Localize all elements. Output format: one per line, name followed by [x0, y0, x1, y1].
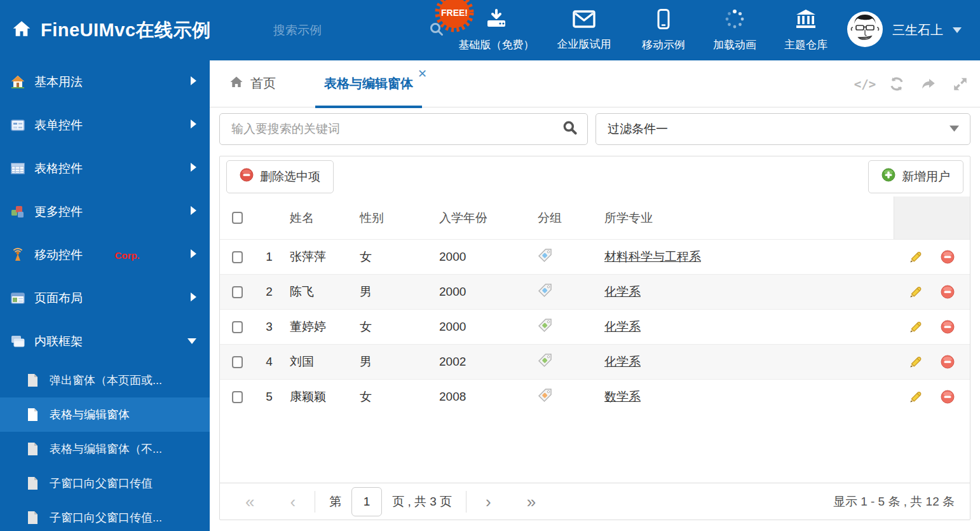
- sidebar-item-page-layout[interactable]: 页面布局: [0, 277, 210, 320]
- chevron-down-icon: [949, 123, 960, 135]
- cell-name: 刘国: [283, 354, 360, 370]
- user-name: 三生石上: [892, 22, 943, 39]
- grid-header-group[interactable]: 分组: [531, 210, 604, 226]
- delete-minus-icon[interactable]: [941, 285, 955, 299]
- table-row[interactable]: 3 董婷婷 女 2000 化学系: [220, 309, 970, 344]
- header-search: [273, 18, 404, 43]
- pagination-bar: « ‹ 第 页 , 共 3 页 › » 显示 1 - 5 条 , 共 12 条: [220, 483, 970, 520]
- major-link[interactable]: 数学系: [604, 390, 641, 403]
- page-number-input[interactable]: [351, 487, 382, 516]
- sidebar-subitem-popup-window[interactable]: 弹出窗体（本页面或...: [0, 363, 210, 397]
- row-checkbox[interactable]: [232, 356, 243, 368]
- first-page-button[interactable]: «: [235, 493, 264, 510]
- bank-icon: [795, 9, 817, 32]
- sidebar-item-inline-frame[interactable]: 内联框架: [0, 320, 210, 363]
- table-icon: [10, 161, 25, 176]
- delete-selected-button[interactable]: 删除选中项: [226, 160, 334, 193]
- cell-year: 2000: [439, 320, 531, 334]
- sidebar-item-label: 更多控件: [34, 203, 190, 220]
- table-row[interactable]: 2 陈飞 男 2000 化学系: [220, 274, 970, 309]
- frames-icon: [10, 334, 25, 349]
- prev-page-button[interactable]: ‹: [280, 493, 306, 510]
- filter-dropdown-value: 过滤条件一: [608, 121, 949, 137]
- sidebar-item-mobile-controls[interactable]: 移动控件 Corp.: [0, 233, 210, 277]
- source-code-icon[interactable]: </>: [857, 76, 873, 92]
- brand[interactable]: FineUIMvc在线示例: [11, 0, 211, 60]
- edit-pencil-icon[interactable]: [909, 250, 923, 264]
- nav-item-loading-animation[interactable]: 加载动画: [699, 9, 770, 52]
- avatar: [847, 11, 883, 50]
- cell-name: 张萍萍: [283, 249, 360, 265]
- tag-icon: [531, 353, 604, 371]
- tab-grid-edit-window[interactable]: 表格与编辑窗体 ✕: [315, 60, 422, 107]
- table-row[interactable]: 4 刘国 男 2002 化学系: [220, 344, 970, 379]
- cell-year: 2000: [439, 285, 531, 299]
- sidebar-item-grid-controls[interactable]: 表格控件: [0, 147, 210, 190]
- major-link[interactable]: 化学系: [604, 355, 641, 368]
- sidebar-subitem-child-to-parent[interactable]: 子窗口向父窗口传值: [0, 466, 210, 500]
- cell-year: 2002: [439, 355, 531, 369]
- row-index: 1: [255, 250, 283, 264]
- delete-selected-label: 删除选中项: [260, 169, 320, 185]
- row-checkbox[interactable]: [232, 251, 243, 263]
- sidebar-subitem-grid-edit-window[interactable]: 表格与编辑窗体: [0, 397, 210, 432]
- edit-pencil-icon[interactable]: [909, 390, 923, 404]
- tab-home-label: 首页: [250, 75, 276, 92]
- row-index: 3: [255, 320, 283, 334]
- grid-header-gender[interactable]: 性别: [360, 210, 439, 226]
- sidebar-item-label: 基本用法: [34, 74, 190, 90]
- nav-label: 加载动画: [713, 38, 756, 52]
- edit-pencil-icon[interactable]: [909, 285, 923, 299]
- edit-pencil-icon[interactable]: [909, 320, 923, 334]
- add-user-button[interactable]: 新增用户: [868, 160, 963, 193]
- last-page-button[interactable]: »: [517, 493, 546, 510]
- sidebar-item-label: 内联框架: [34, 333, 187, 350]
- edit-pencil-icon[interactable]: [909, 355, 923, 369]
- header-search-input[interactable]: [273, 24, 429, 38]
- sidebar-subitem-child-to-parent-2[interactable]: 子窗口向父窗口传值...: [0, 500, 210, 531]
- refresh-icon[interactable]: [888, 76, 905, 92]
- row-checkbox[interactable]: [232, 321, 243, 333]
- nav-label: 企业版试用: [557, 37, 611, 52]
- data-grid: 姓名 性别 入学年份 分组 所学专业 1 张萍萍 女 2000: [220, 197, 970, 414]
- sidebar-subitem-grid-edit-window-2[interactable]: 表格与编辑窗体（不...: [0, 432, 210, 466]
- sidebar-item-form-controls[interactable]: 表单控件: [0, 104, 210, 147]
- filter-row: 过滤条件一: [219, 113, 970, 145]
- sidebar-item-more-controls[interactable]: 更多控件: [0, 190, 210, 233]
- delete-minus-icon[interactable]: [941, 250, 955, 264]
- sidebar-item-basic-usage[interactable]: 基本用法: [0, 60, 210, 104]
- home-icon: [11, 19, 32, 42]
- grid-toolbar: 删除选中项 新增用户: [220, 156, 970, 197]
- row-checkbox[interactable]: [232, 286, 243, 298]
- expand-icon[interactable]: [952, 76, 969, 92]
- nav-item-theme-store[interactable]: 主题仓库: [770, 9, 841, 52]
- delete-minus-icon[interactable]: [941, 355, 955, 369]
- nav-item-mobile-demo[interactable]: 移动示例: [628, 9, 699, 52]
- user-menu[interactable]: 三生石上: [847, 0, 962, 60]
- free-badge: FREE!: [435, 0, 474, 34]
- next-page-button[interactable]: ›: [475, 493, 501, 510]
- tab-home[interactable]: 首页: [229, 74, 276, 93]
- search-icon[interactable]: [562, 120, 578, 139]
- keyword-search-input[interactable]: [231, 122, 562, 136]
- table-row[interactable]: 5 康颖颖 女 2008 数学系: [220, 379, 970, 414]
- share-icon[interactable]: [920, 76, 937, 92]
- delete-minus-icon[interactable]: [941, 390, 955, 404]
- grid-header-year[interactable]: 入学年份: [439, 210, 531, 226]
- table-row[interactable]: 1 张萍萍 女 2000 材料科学与工程系: [220, 239, 970, 274]
- cell-gender: 女: [360, 389, 439, 405]
- file-icon: [25, 511, 39, 525]
- grid-header-name[interactable]: 姓名: [283, 210, 360, 226]
- delete-minus-icon[interactable]: [941, 320, 955, 334]
- close-icon[interactable]: ✕: [418, 67, 427, 81]
- row-checkbox[interactable]: [232, 391, 243, 403]
- major-link[interactable]: 材料科学与工程系: [604, 250, 701, 263]
- filter-dropdown[interactable]: 过滤条件一: [595, 113, 970, 145]
- major-link[interactable]: 化学系: [604, 285, 641, 298]
- nav-item-enterprise-trial[interactable]: 企业版试用: [540, 10, 628, 52]
- record-count-summary: 显示 1 - 5 条 , 共 12 条: [833, 493, 955, 510]
- home-icon: [229, 74, 244, 93]
- grid-header-major[interactable]: 所学专业: [604, 210, 894, 226]
- select-all-checkbox[interactable]: [232, 212, 243, 224]
- major-link[interactable]: 化学系: [604, 320, 641, 333]
